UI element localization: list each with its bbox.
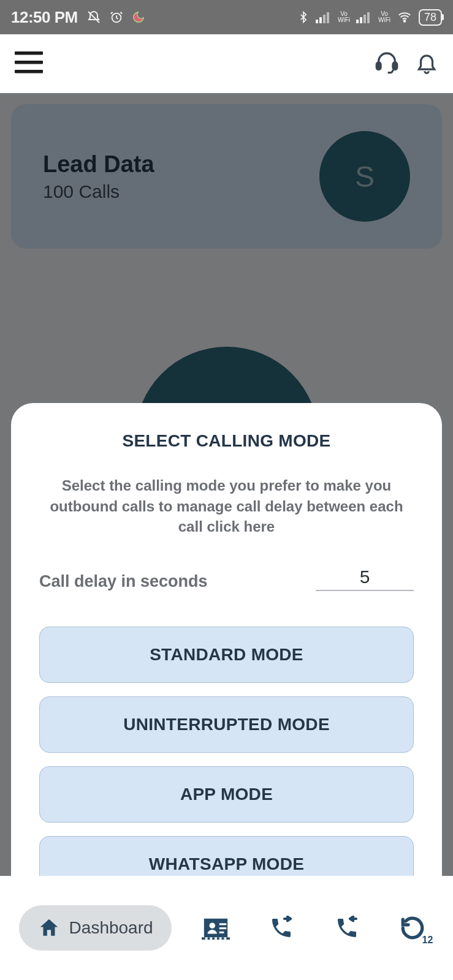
svg-rect-21 bbox=[205, 937, 208, 940]
svg-rect-24 bbox=[219, 937, 222, 940]
app-mode-button[interactable]: APP MODE bbox=[39, 766, 414, 823]
svg-rect-25 bbox=[224, 937, 226, 940]
svg-rect-15 bbox=[393, 62, 397, 70]
uninterrupted-mode-button[interactable]: UNINTERRUPTED MODE bbox=[39, 696, 414, 753]
battery-icon: 78 bbox=[419, 9, 442, 26]
history-badge: 12 bbox=[422, 935, 433, 946]
contacts-icon bbox=[202, 916, 230, 940]
menu-icon[interactable] bbox=[15, 51, 43, 76]
svg-rect-4 bbox=[323, 15, 325, 23]
svg-rect-3 bbox=[319, 17, 322, 23]
mute-icon bbox=[86, 10, 101, 24]
nav-dashboard[interactable]: Dashboard bbox=[19, 905, 172, 951]
bluetooth-icon bbox=[297, 10, 310, 24]
signal-1-icon bbox=[316, 11, 332, 23]
bottom-nav: Dashboard 12 bbox=[0, 876, 453, 980]
svg-rect-17 bbox=[219, 923, 227, 925]
sheet-description: Select the calling mode you prefer to ma… bbox=[39, 475, 414, 537]
alarm-icon bbox=[110, 10, 123, 24]
delay-input[interactable] bbox=[316, 564, 414, 591]
status-time: 12:50 PM bbox=[11, 8, 78, 27]
svg-rect-14 bbox=[376, 62, 381, 70]
svg-rect-11 bbox=[15, 51, 43, 55]
svg-rect-8 bbox=[364, 15, 366, 23]
svg-rect-22 bbox=[210, 937, 212, 940]
sheet-title: SELECT CALLING MODE bbox=[39, 431, 414, 451]
svg-rect-23 bbox=[215, 937, 217, 940]
svg-rect-18 bbox=[219, 927, 227, 929]
incoming-call-icon bbox=[335, 916, 359, 940]
svg-point-10 bbox=[404, 20, 406, 22]
calling-mode-sheet: SELECT CALLING MODE Select the calling m… bbox=[11, 403, 442, 876]
bell-icon[interactable] bbox=[415, 50, 438, 77]
svg-rect-2 bbox=[316, 20, 318, 23]
svg-rect-9 bbox=[367, 12, 370, 23]
nav-contacts[interactable] bbox=[194, 907, 237, 949]
vowifi-2-icon: VoWiFi bbox=[378, 11, 390, 23]
svg-rect-19 bbox=[219, 932, 224, 933]
signal-2-icon bbox=[356, 11, 372, 23]
standard-mode-button[interactable]: STANDARD MODE bbox=[39, 627, 414, 683]
vowifi-1-icon: VoWiFi bbox=[338, 11, 350, 23]
support-icon[interactable] bbox=[375, 50, 399, 77]
nav-dashboard-label: Dashboard bbox=[69, 918, 153, 938]
outgoing-call-icon bbox=[269, 916, 294, 940]
svg-rect-7 bbox=[360, 17, 362, 23]
svg-rect-13 bbox=[15, 70, 43, 74]
status-bar: 12:50 PM VoWiFi VoWiFi 78 bbox=[0, 0, 453, 34]
nav-outgoing[interactable] bbox=[260, 907, 303, 949]
wifi-icon bbox=[397, 10, 413, 24]
moon-icon bbox=[132, 10, 145, 24]
svg-point-16 bbox=[209, 922, 215, 929]
nav-history[interactable]: 12 bbox=[391, 907, 434, 949]
nav-incoming[interactable] bbox=[325, 907, 368, 949]
delay-label: Call delay in seconds bbox=[39, 572, 208, 591]
home-icon bbox=[37, 916, 61, 940]
svg-rect-12 bbox=[15, 61, 43, 64]
app-bar bbox=[0, 34, 453, 93]
svg-rect-5 bbox=[327, 12, 329, 23]
svg-rect-6 bbox=[356, 20, 359, 23]
